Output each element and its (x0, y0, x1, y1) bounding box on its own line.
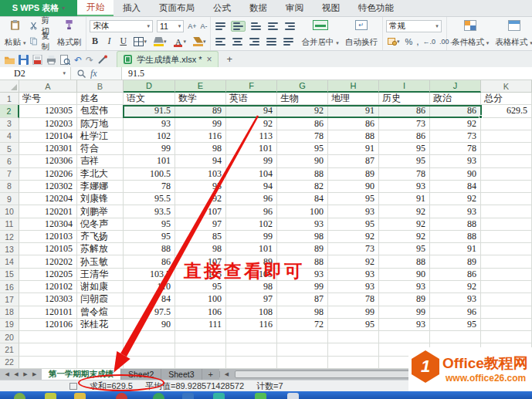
cell-H14[interactable]: 92 (328, 255, 379, 268)
cell-H3[interactable]: 86 (328, 118, 379, 130)
align-bottom-button[interactable] (249, 22, 263, 31)
cell-E13[interactable]: 98 (175, 243, 226, 255)
open-folder-icon[interactable] (5, 55, 15, 65)
cell-A18[interactable]: 120101 (19, 306, 77, 319)
column-header-H[interactable]: H (328, 80, 379, 93)
cell-A6[interactable]: 120306 (19, 155, 77, 167)
cell-K13[interactable] (481, 243, 532, 255)
row-header-12[interactable]: 12 (0, 231, 19, 243)
column-header-G[interactable]: G (277, 80, 328, 93)
row-header-10[interactable]: 10 (0, 205, 19, 218)
cell-G8[interactable]: 82 (277, 181, 328, 193)
cell-J16[interactable]: 92 (430, 281, 481, 293)
cell-H2[interactable]: 91 (328, 105, 379, 117)
cell-B19[interactable]: 张桂花 (77, 319, 124, 331)
cell-G6[interactable]: 90 (277, 155, 328, 167)
close-icon[interactable]: × (206, 55, 212, 64)
row-header-19[interactable]: 19 (0, 319, 19, 331)
cell-D13[interactable]: 88 (124, 243, 175, 255)
tab-special-features[interactable]: 特色功能 (349, 0, 403, 16)
conditional-format-button[interactable]: 条件格式 ▾ (450, 19, 490, 49)
cell-J8[interactable]: 84 (430, 181, 481, 193)
increase-indent-button[interactable] (283, 22, 296, 31)
first-sheet-icon[interactable]: ◀ (5, 371, 8, 377)
tab-data[interactable]: 数据 (240, 0, 276, 16)
cell-E4[interactable]: 116 (175, 130, 226, 143)
cell-A5[interactable]: 120301 (19, 143, 77, 155)
cell-B22[interactable] (77, 357, 124, 369)
redo-icon[interactable]: ↷ (86, 56, 93, 65)
add-sheet-button[interactable]: + (202, 369, 219, 380)
sheet-tab-sheet3[interactable]: Sheet3 (161, 369, 202, 380)
percent-format-button[interactable]: % (405, 37, 412, 46)
cell-I13[interactable]: 95 (379, 243, 430, 255)
formula-input[interactable]: 91.5 (122, 67, 532, 79)
cell-B3[interactable]: 陈万地 (77, 118, 124, 130)
row-header-8[interactable]: 8 (0, 181, 19, 193)
cell-K4[interactable] (481, 130, 532, 143)
wrap-text-button[interactable]: ↵ 自动换行 (344, 19, 379, 49)
paste-button[interactable]: 粘贴 ▾ (3, 19, 27, 49)
cell-K3[interactable] (481, 118, 532, 130)
cell-H13[interactable]: 73 (328, 243, 379, 255)
cell-H9[interactable]: 95 (328, 193, 379, 205)
cell-I10[interactable]: 92 (379, 205, 430, 218)
currency-format-button[interactable]: ▾ (386, 36, 402, 46)
font-color-button[interactable]: A ▾ (171, 36, 188, 47)
cell-B1[interactable]: 姓名 (77, 93, 124, 105)
cell-E1[interactable]: 数学 (175, 93, 226, 105)
column-header-F[interactable]: F (226, 80, 277, 93)
cell-D10[interactable]: 93.5 (124, 205, 175, 218)
row-header-20[interactable]: 20 (0, 331, 19, 343)
tab-page-layout[interactable]: 页面布局 (150, 0, 204, 16)
cell-H7[interactable]: 89 (328, 168, 379, 181)
column-header-A[interactable]: A (19, 80, 77, 93)
cell-D3[interactable]: 93 (124, 118, 175, 130)
next-sheet-icon[interactable]: ▶ (23, 371, 27, 377)
cell-E9[interactable]: 92 (175, 193, 226, 205)
cell-F20[interactable] (226, 331, 277, 343)
save-icon[interactable] (19, 55, 29, 65)
cell-F9[interactable]: 96 (226, 193, 277, 205)
cell-D5[interactable]: 99 (124, 143, 175, 155)
cell-K6[interactable] (481, 155, 532, 167)
cell-D14[interactable]: 86 (124, 255, 175, 268)
cell-A8[interactable]: 120302 (19, 181, 77, 193)
cell-K14[interactable] (481, 255, 532, 268)
cell-F8[interactable]: 94 (226, 181, 277, 193)
cell-E7[interactable]: 103 (175, 168, 226, 181)
cell-F4[interactable]: 113 (226, 130, 277, 143)
cell-G21[interactable] (277, 343, 328, 356)
cell-J12[interactable]: 88 (430, 231, 481, 243)
cell-F12[interactable]: 99 (226, 231, 277, 243)
cell-H6[interactable]: 87 (328, 155, 379, 167)
cell-A13[interactable]: 120105 (19, 243, 77, 255)
cell-I19[interactable]: 93 (379, 319, 430, 331)
distributed-button[interactable] (282, 37, 295, 46)
cell-D7[interactable]: 100.5 (124, 168, 175, 181)
column-header-B[interactable]: B (77, 80, 124, 93)
cell-E2[interactable]: 89 (175, 105, 226, 117)
increase-decimal-button[interactable]: ←.0 (423, 38, 436, 46)
taskbar-app-icon[interactable] (255, 393, 266, 399)
cell-A4[interactable]: 120104 (19, 130, 77, 143)
cell-B21[interactable] (77, 343, 124, 356)
cell-G19[interactable]: 72 (277, 319, 328, 331)
fill-color-button[interactable]: ▾ (152, 36, 168, 47)
print-icon[interactable] (46, 55, 56, 65)
row-header-4[interactable]: 4 (0, 130, 19, 143)
cell-K9[interactable] (481, 193, 532, 205)
cell-D22[interactable] (124, 357, 175, 369)
cell-A20[interactable] (19, 331, 77, 343)
cell-G5[interactable]: 95 (277, 143, 328, 155)
cell-E19[interactable]: 111 (175, 319, 226, 331)
cell-J14[interactable]: 89 (430, 255, 481, 268)
cell-D8[interactable]: 78 (124, 181, 175, 193)
cell-B5[interactable]: 符合 (77, 143, 124, 155)
tab-view[interactable]: 视图 (313, 0, 349, 16)
cell-E10[interactable]: 107 (175, 205, 226, 218)
cell-D21[interactable] (124, 343, 175, 356)
cell-A19[interactable]: 120106 (19, 319, 77, 331)
cell-J18[interactable]: 96 (430, 306, 481, 319)
scroll-left-icon[interactable]: ◀ (219, 371, 233, 377)
